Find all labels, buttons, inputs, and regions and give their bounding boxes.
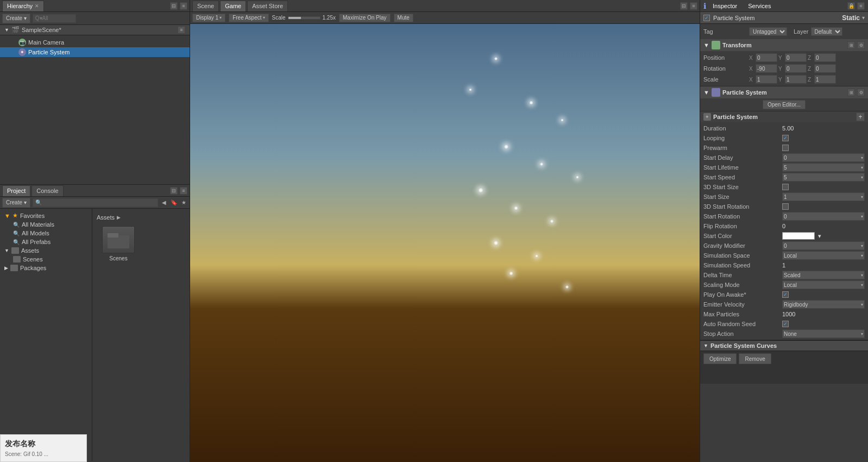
sidebar-item-scenes[interactable]: Scenes [0, 255, 92, 264]
project-create-btn[interactable]: Create ▾ [2, 198, 30, 208]
ps-checkbox-17[interactable] [782, 291, 789, 298]
scene-lock-icon[interactable]: ⊟ [680, 2, 688, 10]
ps-color-11[interactable] [782, 232, 815, 240]
ps-dropdown-4[interactable]: 5▾ [782, 163, 865, 172]
aspect-dropdown[interactable]: Free Aspect ▾ [229, 14, 268, 22]
project-search[interactable] [33, 198, 158, 207]
maximize-btn[interactable]: Maximize On Play [339, 14, 391, 22]
ps-dropdown-text-16: Local [784, 282, 797, 288]
tab-services[interactable]: Services [744, 2, 775, 10]
curves-header[interactable]: ▼ Particle System Curves [700, 341, 868, 351]
ps-ref-btn[interactable]: ⊞ [847, 89, 855, 96]
remove-btn[interactable]: Remove [739, 353, 771, 364]
ps-dropdown-arrow-13: ▾ [861, 253, 863, 258]
ps-checkbox-8[interactable] [782, 203, 789, 210]
rot-z-input[interactable] [814, 64, 836, 73]
scale-z-label: Z [808, 77, 813, 83]
rot-x-input[interactable] [756, 64, 777, 73]
hierarchy-tab-close[interactable]: ✕ [35, 3, 39, 9]
scale-x-input[interactable] [756, 75, 777, 84]
component-active-checkbox[interactable] [703, 15, 710, 21]
ps-dropdown-3[interactable]: 0▾ [782, 153, 865, 162]
inspector-lock-icon[interactable]: 🔒 [847, 2, 855, 10]
project-lock-icon[interactable]: ⊟ [170, 187, 178, 195]
tab-game[interactable]: Game [220, 1, 246, 11]
ps-gear-btn[interactable]: ⚙ [857, 89, 865, 96]
ps-plus-btn[interactable]: + [856, 113, 865, 121]
ps-text-14: 1 [782, 262, 785, 269]
tag-select[interactable]: Untagged [749, 27, 787, 36]
scene-header: ▼ 🎬 SampleScene* ≡ [0, 25, 190, 35]
hierarchy-create-btn[interactable]: Create ▾ [2, 14, 30, 23]
project-bookmark-icon[interactable]: 🔖 [170, 199, 178, 207]
ps-field-value-8 [782, 203, 865, 210]
static-label: Static [842, 14, 860, 22]
ps-sub-section-header[interactable]: ✦ Particle System + [700, 111, 868, 122]
rot-z-label: Z [808, 66, 813, 72]
ps-dropdown-text-12: 0 [784, 243, 787, 249]
ps-checkbox-20[interactable] [782, 321, 789, 327]
scene-view [190, 24, 700, 462]
open-editor-btn[interactable]: Open Editor... [763, 100, 806, 109]
ps-dropdown-9[interactable]: 0▾ [782, 212, 865, 221]
sidebar-item-all-prefabs[interactable]: 🔍 All Prefabs [0, 238, 92, 246]
hierarchy-lock-icon[interactable]: ⊟ [170, 2, 178, 10]
ps-component-header[interactable]: ▼ Particle System ⊞ ⚙ [700, 86, 868, 98]
asset-tile-scenes[interactable]: Scenes [97, 226, 140, 261]
ps-component-btns: ⊞ ⚙ [847, 89, 865, 96]
ps-dropdown-7[interactable]: 1▾ [782, 192, 865, 201]
ps-field-label-11: Start Color [703, 233, 782, 239]
tab-inspector[interactable]: Inspector [708, 2, 741, 10]
hierarchy-menu-icon[interactable]: ≡ [180, 2, 187, 10]
ps-field-label-16: Scaling Mode [703, 282, 782, 288]
transform-ref-btn[interactable]: ⊞ [847, 41, 855, 49]
display-dropdown[interactable]: Display 1 ▾ [192, 14, 225, 22]
rot-y-input[interactable] [785, 64, 807, 73]
project-star-icon[interactable]: ★ [180, 199, 187, 207]
pos-z-input[interactable] [814, 53, 836, 62]
ps-dropdown-12[interactable]: 0▾ [782, 241, 865, 250]
scale-y-input[interactable] [785, 75, 807, 84]
scene-menu-icon2[interactable]: ≡ [690, 2, 697, 10]
sidebar-item-assets[interactable]: ▼ Assets [0, 246, 92, 255]
sidebar-item-all-materials[interactable]: 🔍 All Materials [0, 220, 92, 229]
hierarchy-toolbar: Create ▾ [0, 12, 190, 25]
tab-project[interactable]: Project [2, 185, 30, 196]
tag-label: Tag [703, 28, 747, 35]
ps-checkbox-2[interactable] [782, 145, 789, 151]
ps-checkbox-6[interactable] [782, 184, 789, 190]
sidebar-item-favorites[interactable]: ▼ ★ Favorites [0, 211, 92, 220]
hierarchy-search[interactable] [33, 14, 76, 23]
layer-select[interactable]: Default [811, 27, 842, 36]
tree-item-particle-system[interactable]: ✦ Particle System [0, 47, 190, 57]
inspector-menu-icon[interactable]: ≡ [857, 2, 865, 10]
ps-dropdown-18[interactable]: Rigidbody▾ [782, 300, 865, 309]
tab-asset-store[interactable]: Asset Store [247, 1, 288, 11]
curves-body: Optimize Remove [700, 351, 868, 384]
sidebar-item-all-models[interactable]: 🔍 All Models [0, 229, 92, 238]
tab-console[interactable]: Console [32, 185, 63, 196]
scale-z-input[interactable] [814, 75, 836, 84]
tab-hierarchy[interactable]: Hierarchy ✕ [2, 1, 44, 11]
ps-dropdown-16[interactable]: Local▾ [782, 280, 865, 289]
pos-x-input[interactable] [756, 53, 777, 62]
ps-field-value-5: 5▾ [782, 173, 865, 182]
sidebar-item-packages[interactable]: ▶ Packages [0, 264, 92, 272]
scale-slider[interactable] [288, 16, 320, 20]
ps-dropdown-5[interactable]: 5▾ [782, 173, 865, 182]
ps-dropdown-21[interactable]: None▾ [782, 329, 865, 338]
ps-checkbox-1[interactable] [782, 135, 789, 141]
static-dropdown-arrow[interactable]: ▾ [862, 15, 865, 21]
project-nav-icon[interactable]: ◀ [160, 199, 168, 207]
tab-scene[interactable]: Scene [192, 1, 219, 11]
optimize-btn[interactable]: Optimize [703, 353, 737, 364]
transform-header[interactable]: ▼ Transform ⊞ ⚙ [700, 39, 868, 51]
tree-item-camera[interactable]: 📷 Main Camera [0, 38, 190, 47]
pos-y-input[interactable] [785, 53, 807, 62]
ps-dropdown-15[interactable]: Scaled▾ [782, 271, 865, 279]
transform-gear-btn[interactable]: ⚙ [857, 41, 865, 49]
project-menu-icon[interactable]: ≡ [180, 187, 187, 195]
ps-dropdown-13[interactable]: Local▾ [782, 251, 865, 260]
scene-menu-icon[interactable]: ≡ [178, 26, 185, 34]
mute-btn[interactable]: Mute [394, 14, 413, 22]
